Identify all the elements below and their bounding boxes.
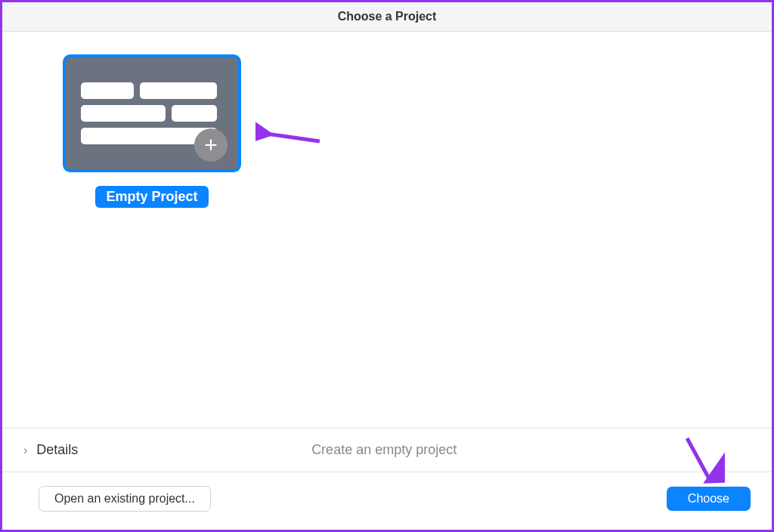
template-thumbnail: +	[63, 54, 241, 172]
annotation-arrow-icon	[255, 119, 324, 149]
template-grid: + Empty Project	[2, 32, 772, 428]
details-label: Details	[36, 442, 78, 458]
svg-line-1	[267, 134, 320, 141]
dialog-footer: Open an existing project... Choose	[2, 472, 772, 530]
dialog-header: Choose a Project	[2, 2, 772, 32]
details-description: Create an empty project	[78, 442, 690, 458]
template-label: Empty Project	[95, 186, 208, 208]
plus-icon: +	[194, 128, 228, 162]
details-bar: › Details Create an empty project	[2, 428, 772, 472]
details-toggle[interactable]: › Details	[23, 442, 78, 458]
template-empty-project[interactable]: + Empty Project	[63, 54, 241, 208]
chevron-right-icon: ›	[23, 444, 27, 457]
choose-button[interactable]: Choose	[667, 487, 751, 511]
open-existing-button[interactable]: Open an existing project...	[39, 486, 211, 512]
dialog-title: Choose a Project	[2, 10, 772, 23]
